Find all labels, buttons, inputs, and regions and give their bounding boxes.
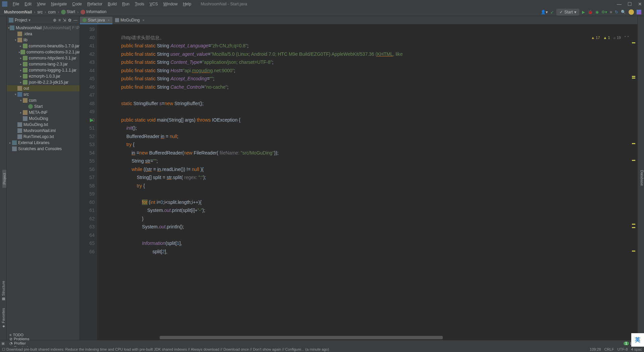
code-line[interactable]: } <box>111 215 637 223</box>
line-number[interactable]: 57 <box>80 173 95 182</box>
code-line[interactable]: init(); <box>111 124 637 132</box>
project-tool-tab[interactable]: Project <box>2 170 6 188</box>
line-number[interactable]: 54 <box>80 149 95 157</box>
line-number[interactable]: 42 <box>80 50 95 58</box>
code-line[interactable]: Information(split[1], <box>111 239 637 248</box>
settings-icon[interactable]: ✿ <box>68 18 71 23</box>
expand-all-icon[interactable]: ≡ <box>58 18 61 23</box>
tree-arrow-icon[interactable]: ▾ <box>19 99 23 102</box>
maximize-icon[interactable]: ☐ <box>628 1 632 7</box>
line-number[interactable]: 66 <box>80 248 95 256</box>
tool-profiler[interactable]: ◔Profiler <box>7 341 32 346</box>
file-encoding[interactable]: UTF-8 <box>617 347 628 351</box>
code-line[interactable]: System.out.print(split[i]+"-"); <box>111 206 637 215</box>
line-number[interactable]: 41 <box>80 42 95 50</box>
tree-item[interactable]: ▾ com <box>7 97 79 103</box>
tree-item[interactable]: ▸ commons-logging-1.1.1.jar <box>7 67 79 73</box>
breadcrumb-start[interactable]: Start <box>60 9 76 14</box>
horizontal-scrollbar[interactable] <box>160 336 631 340</box>
database-tool-tab[interactable]: Database <box>640 167 644 189</box>
menu-run[interactable]: Run <box>119 2 132 6</box>
coverage-icon[interactable]: ◉ <box>595 10 599 14</box>
tree-item[interactable]: ▸ commons-beanutils-1.7.0.jar <box>7 43 79 49</box>
caret-position[interactable]: 109:28 <box>590 347 601 351</box>
tool-window-icon[interactable]: ▣ <box>1 341 5 346</box>
code-line[interactable]: public final static String Cache_Control… <box>111 83 637 91</box>
search-icon[interactable]: 🔍 <box>621 10 626 14</box>
tree-item[interactable]: ▾ lib <box>7 37 79 43</box>
editor-tab[interactable]: Start.java × <box>80 17 112 24</box>
collapse-all-icon[interactable]: ⇲ <box>63 18 66 23</box>
tree-item[interactable]: ▸ commons-httpclient-3.1.jar <box>7 55 79 61</box>
menu-window[interactable]: Window <box>161 2 180 6</box>
close-icon[interactable]: ✕ <box>638 1 642 7</box>
tree-item[interactable]: ▸ External Libraries <box>7 140 79 146</box>
line-number[interactable]: 55 <box>80 157 95 165</box>
line-number[interactable]: 58 <box>80 182 95 190</box>
tree-item[interactable]: MoGuDing.txt <box>7 122 79 128</box>
line-number[interactable]: 47 <box>80 91 95 99</box>
tree-arrow-icon[interactable]: ▸ <box>19 69 23 72</box>
tree-item[interactable]: ▸ META-INF <box>7 109 79 116</box>
code-line[interactable]: BufferedReader in = null; <box>111 132 637 141</box>
code-line[interactable]: public final static String user_agent_va… <box>111 50 637 58</box>
line-number[interactable]: 65 <box>80 239 95 248</box>
line-number[interactable]: 43 <box>80 58 95 67</box>
line-number[interactable]: 62 <box>80 215 95 223</box>
breadcrumb-com[interactable]: com <box>47 10 57 14</box>
tree-arrow-icon[interactable]: ▾ <box>13 38 17 42</box>
code-line[interactable]: String str=""; <box>111 157 637 165</box>
code-line[interactable]: try { <box>111 140 637 149</box>
tree-arrow-icon[interactable]: ▸ <box>8 141 12 144</box>
line-number[interactable]: 52 <box>80 132 95 141</box>
project-tree[interactable]: ▾ MushroomNail [MushroomNail] F:\Pc .ide… <box>7 24 79 340</box>
tree-arrow-icon[interactable]: ▸ <box>19 62 23 66</box>
code-line[interactable]: static StringBuffer s=new StringBuffer()… <box>111 99 637 108</box>
inspection-summary[interactable]: ▲ 17 ▲ 1 ⌕ 19 ˄ ˅ <box>591 34 629 42</box>
select-opened-icon[interactable]: ⊕ <box>53 18 56 23</box>
code-line[interactable]: try { <box>111 182 637 190</box>
tree-item[interactable]: RunTimeLogo.txt <box>7 134 79 140</box>
tree-item[interactable]: .idea <box>7 31 79 37</box>
status-message[interactable]: Download pre-built shared indexes: Reduc… <box>6 347 329 351</box>
tree-item[interactable]: ▸ commons-lang-2.3.jar <box>7 61 79 67</box>
line-number[interactable]: 64 <box>80 231 95 239</box>
tree-item[interactable]: Start <box>7 103 79 109</box>
tree-item[interactable]: out <box>7 85 79 91</box>
menu-navigate[interactable]: Navigate <box>48 2 69 6</box>
menu-refactor[interactable]: Refactor <box>85 2 105 6</box>
tree-arrow-icon[interactable]: ▸ <box>19 75 23 78</box>
favorites-tool-tab[interactable]: ★ Favorites <box>0 305 6 332</box>
update-icon[interactable]: ↻ <box>615 10 618 14</box>
line-number[interactable]: 51 <box>80 124 95 132</box>
close-tab-icon[interactable]: × <box>143 18 145 22</box>
code-line[interactable]: System.out.println(); <box>111 223 637 231</box>
profile-icon[interactable]: ⚙▾ <box>601 10 607 14</box>
user-icon[interactable]: 👤▾ <box>541 10 548 14</box>
menu-help[interactable]: Help <box>180 2 194 6</box>
event-log-badge[interactable]: 1 <box>624 342 629 345</box>
menu-vcs[interactable]: VCS <box>147 2 161 6</box>
editor-tab[interactable]: MoGuDing × <box>112 17 147 24</box>
line-number[interactable]: 46 <box>80 83 95 91</box>
code-line[interactable]: //http请求头部信息。 <box>111 34 637 42</box>
tree-item[interactable]: Scratches and Consoles <box>7 146 79 152</box>
code-line[interactable]: String[] split = str.split( regex: ":"); <box>111 173 637 182</box>
tree-arrow-icon[interactable]: ▸ <box>19 56 23 60</box>
tree-arrow-icon[interactable]: ▸ <box>19 81 23 84</box>
tree-arrow-icon[interactable]: ▸ <box>19 111 23 114</box>
back-icon[interactable]: ↙ <box>550 10 554 14</box>
minimize-icon[interactable]: — <box>617 1 622 7</box>
code-line[interactable]: public static void main(String[] args) t… <box>111 116 637 124</box>
tool-problems[interactable]: ⊘Problems <box>7 337 32 341</box>
line-number[interactable]: 63 <box>80 223 95 231</box>
line-number[interactable]: 39 <box>80 25 95 34</box>
breadcrumb-src[interactable]: src <box>36 10 44 14</box>
run-gutter-icon[interactable]: ▶ <box>90 116 94 124</box>
code-line[interactable] <box>111 91 637 99</box>
code-line[interactable] <box>111 231 637 239</box>
code-line[interactable]: in =new BufferedReader(new FileReader( f… <box>111 149 637 157</box>
code-line[interactable]: while ((str = in.readLine()) != null ){ <box>111 165 637 174</box>
line-number[interactable]: 61 <box>80 206 95 215</box>
tree-item[interactable]: MushroomNail.iml <box>7 128 79 134</box>
